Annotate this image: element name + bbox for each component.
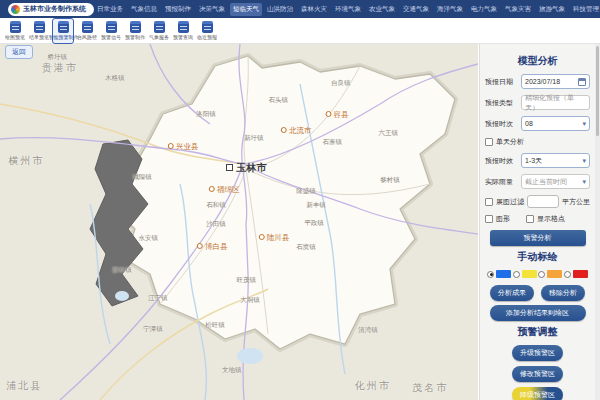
forecast-validity-value: 1-3天 [525, 156, 542, 166]
map-label: 桥圩镇 [48, 53, 68, 62]
forecast-date-input[interactable]: 2023/07/18 [521, 74, 590, 89]
modify-warning-button[interactable]: 修改预警区 [512, 366, 563, 382]
app-logo: 玉林市业务制作系统 [8, 3, 94, 16]
color-radio-option[interactable] [564, 270, 588, 278]
single-day-checkbox[interactable] [485, 138, 493, 146]
forecast-time-label: 预报时次 [485, 119, 518, 129]
remove-analysis-button[interactable]: 移除分析 [541, 285, 585, 301]
top-nav-item[interactable]: 科技管理 [570, 3, 600, 16]
downgrade-warning-button[interactable]: 降级预警区 [512, 387, 563, 400]
map-label: 化州市 [355, 379, 391, 393]
single-day-label: 单天分析 [496, 137, 524, 147]
area-filter-checkbox[interactable] [485, 198, 493, 206]
sub-nav-tab[interactable]: 结果预览 [28, 18, 50, 44]
sub-nav-tab[interactable]: 预警信号 [100, 18, 122, 44]
sub-nav-tab-label: 预警信号 [101, 34, 121, 40]
forecast-validity-select[interactable]: 1-3天 ▾ [521, 153, 590, 168]
top-nav-item[interactable]: 气象灾害 [502, 3, 534, 16]
grid-checkbox[interactable] [526, 215, 534, 223]
map-canvas[interactable]: 贵港市横州市浦北县化州市茂名市玉林市兴业县容县北流市福绵区陆川县博白县桥圩镇木格… [0, 44, 478, 400]
graphic-checkbox[interactable] [485, 215, 493, 223]
top-nav-item[interactable]: 交通气象 [400, 3, 432, 16]
manual-draw-title: 手动标绘 [485, 250, 590, 264]
top-nav-item[interactable]: 日常业务 [94, 3, 126, 16]
sub-nav-tab[interactable]: 台风路径 [76, 18, 98, 44]
map-label: 文地镇 [222, 366, 242, 375]
top-nav-item[interactable]: 农业气象 [366, 3, 398, 16]
calendar-icon[interactable] [578, 78, 586, 86]
map-label: 兴业县 [168, 142, 199, 152]
top-nav-item[interactable]: 短临天气 [230, 3, 262, 16]
sub-nav-tab[interactable]: 预警查询 [172, 18, 194, 44]
map-label: 容县 [325, 110, 348, 120]
map-label: 清湾镇 [358, 325, 378, 334]
sub-nav-tab[interactable]: 绘图预览 [4, 18, 26, 44]
top-nav-item[interactable]: 山洪防治 [264, 3, 296, 16]
area-filter-unit: 平方公里 [562, 197, 590, 207]
map-label: 黎村镇 [380, 175, 400, 184]
map-label: 横州市 [8, 154, 44, 168]
single-day-row: 单天分析 [485, 137, 590, 147]
forecast-time-select[interactable]: 08 ▾ [521, 116, 590, 131]
top-nav-item[interactable]: 气象信息 [128, 3, 160, 16]
forecast-date-value: 2023/07/18 [525, 78, 560, 85]
map-label: 浦北县 [6, 379, 42, 393]
upgrade-warning-button[interactable]: 升级预警区 [512, 345, 563, 361]
top-nav-item[interactable]: 电力气象 [468, 3, 500, 16]
sub-nav-tab-label: 临近预报 [197, 34, 217, 40]
map-label: 玉林市 [226, 161, 266, 175]
radio-icon [513, 271, 520, 278]
map-label: 大垌镇 [240, 296, 260, 305]
overlay-analysis-button[interactable]: 添加分析结果到绘区 [490, 305, 586, 321]
scrollbar-thumb[interactable] [596, 46, 599, 136]
radio-icon [538, 271, 545, 278]
top-nav-item[interactable]: 旅游气象 [536, 3, 568, 16]
top-nav-item[interactable]: 环境气象 [332, 3, 364, 16]
analysis-result-button[interactable]: 分析成果 [490, 285, 534, 301]
top-nav-item[interactable]: 森林火灾 [298, 3, 330, 16]
forecast-date-label: 预报日期 [485, 77, 518, 87]
map-label: 自良镇 [331, 79, 351, 88]
top-nav-item[interactable]: 决策气象 [196, 3, 228, 16]
grid-label: 显示格点 [537, 214, 565, 224]
map-label: 城隍镇 [132, 173, 152, 182]
forecast-type-input[interactable]: 精细化预报（单天） [521, 95, 590, 110]
lake [115, 291, 129, 301]
sub-nav-tab[interactable]: 气象服务 [148, 18, 170, 44]
forecast-time-row: 预报时次 08 ▾ [485, 116, 590, 131]
sub-nav-tab[interactable]: 智能预警制作 [52, 18, 74, 44]
document-icon [178, 21, 189, 33]
sub-nav-tab[interactable]: 临近预报 [196, 18, 218, 44]
map-label: 洛阳镇 [196, 110, 216, 119]
map-base-layer [0, 44, 478, 400]
color-radio-option[interactable] [487, 270, 511, 278]
sidebar-scrollbar[interactable] [595, 44, 600, 400]
map-label: 平政镇 [304, 219, 324, 228]
back-button[interactable]: 返回 [5, 45, 33, 59]
sub-nav-tab-label: 绘图预览 [5, 34, 25, 40]
map-label: 隆盛镇 [296, 187, 316, 196]
map-label: 宁潭镇 [143, 324, 163, 333]
document-icon [58, 21, 69, 33]
analysis-sidebar: 模型分析 预报日期 2023/07/18 预报类型 精细化预报（单天） 预报时次… [479, 44, 595, 400]
map-label: 石窝镇 [296, 242, 316, 251]
map-label: 六王镇 [378, 129, 398, 138]
color-radio-option[interactable] [513, 270, 537, 278]
sub-nav-tab[interactable]: 预警制作 [124, 18, 146, 44]
chevron-down-icon: ▾ [582, 120, 586, 128]
color-radio-option[interactable] [538, 270, 562, 278]
document-icon [202, 21, 213, 33]
document-icon [34, 21, 45, 33]
display-options-row: 图形 显示格点 [485, 214, 590, 224]
warning-adjust-buttons: 升级预警区 修改预警区 降级预警区 清空绘图区 [485, 345, 590, 400]
actual-rain-select[interactable]: 截止当前时间 ▾ [521, 174, 590, 189]
area-filter-input[interactable] [527, 195, 559, 208]
map-label: 木格镇 [105, 73, 125, 82]
forecast-validity-label: 预报时效 [485, 156, 518, 166]
color-swatch [573, 270, 588, 278]
top-nav-item[interactable]: 预报制作 [162, 3, 194, 16]
warning-analysis-button[interactable]: 预警分析 [490, 230, 586, 246]
top-nav-item[interactable]: 海洋气象 [434, 3, 466, 16]
forecast-type-label: 预报类型 [485, 98, 518, 108]
document-icon [130, 21, 141, 33]
